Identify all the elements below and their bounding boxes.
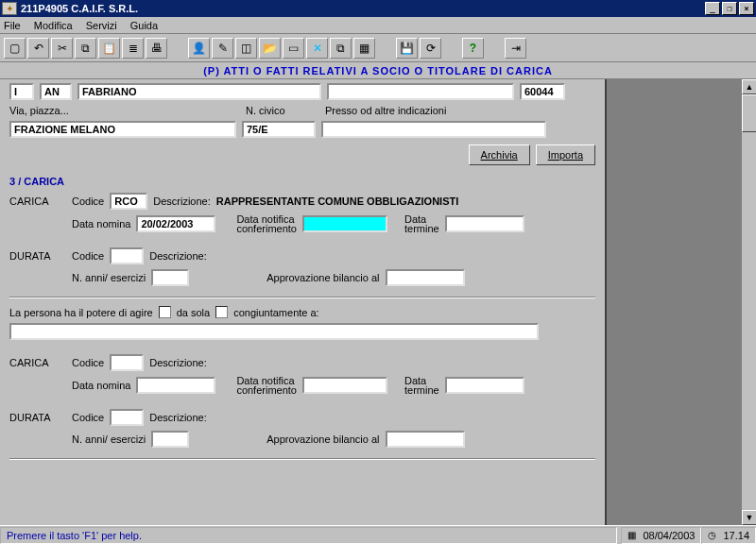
status-help: Premere il tasto 'F1' per help. xyxy=(0,527,617,544)
agire-text: La persona ha il potere di agire xyxy=(9,307,153,318)
prov-input[interactable] xyxy=(40,83,72,100)
carica1-termine-label2: termine xyxy=(404,223,439,234)
carica2-nomina-input[interactable] xyxy=(136,377,215,394)
durata2-codice-label: Codice xyxy=(72,412,104,423)
carica2-label: CARICA xyxy=(9,357,66,368)
carica2-termine-input[interactable] xyxy=(445,377,524,394)
agire-cb2-label: congiuntamente a: xyxy=(233,307,319,318)
civico-input[interactable] xyxy=(242,121,316,138)
extra-input[interactable] xyxy=(327,83,514,100)
via-input[interactable] xyxy=(9,121,236,138)
toolbar-undo-icon[interactable]: ↶ xyxy=(27,38,49,59)
scroll-up-icon[interactable]: ▲ xyxy=(742,79,756,94)
agire-da-sola-checkbox[interactable] xyxy=(159,306,171,318)
durata2-descr-label: Descrizione: xyxy=(149,412,207,423)
right-pane xyxy=(605,79,756,525)
toolbar-refresh-icon[interactable]: ⟳ xyxy=(420,38,441,59)
clock-icon: ◷ xyxy=(708,530,723,540)
carica2-codice-input[interactable] xyxy=(110,354,144,371)
carica1-notifica-label2: conferimento xyxy=(236,223,297,234)
toolbar: ▢ ↶ ✂ ⧉ 📋 ≣ 🖶 👤 ✎ ◫ 📂 ▭ ✕ ⧉ ▦ 💾 ⟳ ? ⇥ xyxy=(0,34,756,62)
comune-input[interactable] xyxy=(77,83,321,100)
app-icon: ✦ xyxy=(2,2,17,15)
menu-servizi[interactable]: Servizi xyxy=(86,20,117,31)
divider xyxy=(9,297,595,298)
importa-button[interactable]: Importa xyxy=(536,144,595,165)
carica1-codice-input[interactable] xyxy=(110,193,147,210)
maximize-button[interactable]: ❐ xyxy=(722,2,737,15)
civico-label: N. civico xyxy=(246,105,319,116)
toolbar-edit-icon[interactable]: ✎ xyxy=(212,38,233,59)
toolbar-save-icon[interactable]: 💾 xyxy=(396,38,418,59)
durata1-anni-input[interactable] xyxy=(151,269,189,286)
toolbar-paste-icon[interactable]: 📋 xyxy=(98,38,120,59)
form-panel: Via, piazza... N. civico Presso od altre… xyxy=(0,79,605,525)
agire-text-input[interactable] xyxy=(9,323,539,340)
archivia-button[interactable]: Archivia xyxy=(469,144,530,165)
carica2-codice-label: Codice xyxy=(72,357,104,368)
divider-bottom xyxy=(9,458,595,460)
toolbar-exit-icon[interactable]: ⇥ xyxy=(505,38,526,59)
via-label: Via, piazza... xyxy=(9,105,240,116)
presso-input[interactable] xyxy=(321,121,546,138)
carica1-label: CARICA xyxy=(9,196,66,207)
durata1-descr-label: Descrizione: xyxy=(149,250,207,262)
statusbar: Premere il tasto 'F1' per help. ▦ 08/04/… xyxy=(0,525,756,544)
durata1-label: DURATA xyxy=(9,250,66,262)
durata2-codice-input[interactable] xyxy=(110,409,144,426)
toolbar-cut-icon[interactable]: ✂ xyxy=(51,38,73,59)
agire-cb1-label: da sola xyxy=(177,307,210,318)
toolbar-open-icon[interactable]: 📂 xyxy=(259,38,281,59)
minimize-button[interactable]: _ xyxy=(705,2,720,15)
calendar-icon: ▦ xyxy=(627,530,643,540)
toolbar-help-icon[interactable]: ? xyxy=(462,38,484,59)
toolbar-copy2-icon[interactable]: ⧉ xyxy=(330,38,352,59)
page-header: (P) ATTI O FATTI RELATIVI A SOCIO O TITO… xyxy=(0,62,756,79)
durata1-codice-input[interactable] xyxy=(110,247,144,264)
carica1-descr-label: Descrizione: xyxy=(153,196,211,207)
durata2-approv-label: Approvazione bilancio al xyxy=(266,434,379,445)
vertical-scrollbar[interactable]: ▲ ▼ xyxy=(741,79,756,525)
durata2-label: DURATA xyxy=(9,412,66,423)
carica1-descr-value: RAPPRESENTANTE COMUNE OBBLIGAZIONISTI xyxy=(216,196,458,207)
carica2-descr-label: Descrizione: xyxy=(149,357,207,368)
durata1-anni-label: N. anni/ esercizi xyxy=(72,272,146,283)
scroll-down-icon[interactable]: ▼ xyxy=(742,510,756,525)
carica1-nomina-input[interactable] xyxy=(136,215,215,232)
carica2-notifica-input[interactable] xyxy=(302,377,387,394)
durata2-approv-input[interactable] xyxy=(386,431,465,448)
toolbar-card-icon[interactable]: ▭ xyxy=(283,38,304,59)
durata2-anni-input[interactable] xyxy=(151,431,189,448)
scroll-thumb[interactable] xyxy=(742,94,756,132)
durata1-approv-label: Approvazione bilancio al xyxy=(266,272,379,283)
carica1-nomina-label: Data nomina xyxy=(72,218,130,230)
window-title: 211P4905 C.A.I.F. S.R.L. xyxy=(21,3,138,14)
status-date: 08/04/2003 xyxy=(643,530,695,541)
toolbar-delete-icon[interactable]: ✕ xyxy=(306,38,328,59)
toolbar-doc-icon[interactable]: ◫ xyxy=(235,38,257,59)
cap-input[interactable] xyxy=(520,83,565,100)
status-time-cell: ◷ 17.14 xyxy=(701,527,756,544)
toolbar-copy-icon[interactable]: ⧉ xyxy=(75,38,96,59)
titlebar: ✦ 211P4905 C.A.I.F. S.R.L. _ ❐ × xyxy=(0,0,756,17)
presso-label: Presso od altre indicazioni xyxy=(325,105,446,116)
status-time: 17.14 xyxy=(723,530,749,541)
menubar: File Modifica Servizi Guida xyxy=(0,17,756,34)
toolbar-list-icon[interactable]: ≣ xyxy=(122,38,144,59)
agire-congiuntamente-checkbox[interactable] xyxy=(215,306,228,318)
carica1-notifica-input[interactable] xyxy=(302,215,387,232)
toolbar-user-icon[interactable]: 👤 xyxy=(188,38,210,59)
section-title: 3 / CARICA xyxy=(9,176,595,187)
durata1-approv-input[interactable] xyxy=(386,269,465,286)
status-date-cell: ▦ 08/04/2003 xyxy=(621,527,701,544)
prov-code-input[interactable] xyxy=(9,83,34,100)
toolbar-grid-icon[interactable]: ▦ xyxy=(353,38,375,59)
close-button[interactable]: × xyxy=(739,2,754,15)
carica2-nomina-label: Data nomina xyxy=(72,380,130,391)
carica1-termine-input[interactable] xyxy=(445,215,524,232)
menu-modifica[interactable]: Modifica xyxy=(34,20,73,31)
toolbar-new-icon[interactable]: ▢ xyxy=(4,38,26,59)
menu-file[interactable]: File xyxy=(4,20,21,31)
toolbar-print-icon[interactable]: 🖶 xyxy=(146,38,167,59)
menu-guida[interactable]: Guida xyxy=(130,20,158,31)
